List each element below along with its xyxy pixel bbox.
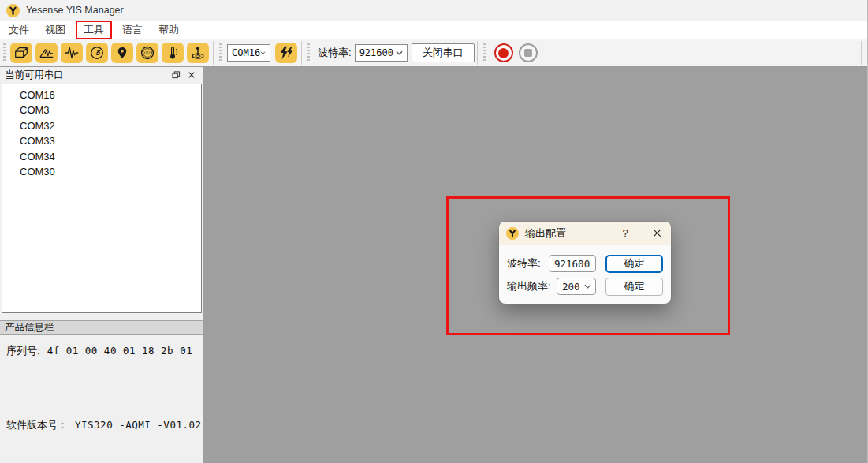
menu-item-help[interactable]: 帮助 (151, 21, 186, 39)
menu-item-tools[interactable]: 工具 (76, 21, 112, 39)
dialog-help-button[interactable]: ? (622, 227, 628, 239)
angle-wave-icon[interactable] (35, 43, 58, 63)
menu-item-file[interactable]: 文件 (2, 21, 36, 39)
dialog-baud-label: 波特率: (507, 256, 549, 271)
serial-ports-dock-panel: 当前可用串口 COM16 COM3 COM32 COM33 COM34 COM3… (0, 67, 203, 463)
chevron-down-icon (584, 284, 591, 289)
output-rate-config-row: 输出频率: 200 确定 (507, 277, 663, 296)
stop-button[interactable] (519, 43, 538, 62)
dialog-output-rate-value: 200 (562, 281, 580, 293)
close-serial-port-button[interactable]: 关闭串口 (412, 43, 475, 62)
dialog-baud-value: 921600 (554, 258, 590, 270)
toolbar-separator (301, 41, 302, 65)
dialog-output-rate-select[interactable]: 200 (557, 278, 596, 295)
dock-panel-title: 当前可用串口 (5, 69, 64, 82)
serial-number-label: 序列号: (6, 344, 40, 358)
record-button[interactable] (494, 43, 513, 62)
baud-confirm-button[interactable]: 确定 (605, 255, 663, 273)
magnetometer-icon[interactable] (187, 43, 209, 63)
stop-icon (524, 49, 532, 57)
float-panel-button[interactable] (168, 69, 184, 82)
product-info-title: 产品信息栏 (5, 321, 54, 334)
dialog-output-rate-label: 输出频率: (507, 279, 557, 293)
menu-bar: 文件 视图 工具 语言 帮助 (0, 21, 867, 39)
port-select[interactable]: COM16 (227, 44, 270, 62)
serial-number-row: 序列号: 4f 01 00 40 01 18 2b 01 (6, 344, 192, 358)
toolbar-separator (477, 41, 478, 65)
serial-number-value: 4f 01 00 40 01 18 2b 01 (47, 345, 193, 357)
thermometer-icon[interactable] (162, 43, 184, 63)
baud-rate-select[interactable]: 921600 (355, 44, 408, 62)
menu-item-view[interactable]: 视图 (38, 21, 73, 39)
menu-item-language[interactable]: 语言 (115, 21, 150, 39)
baud-rate-config-row: 波特率: 921600 确定 (507, 254, 663, 273)
list-item-port[interactable]: COM33 (2, 133, 201, 148)
dialog-app-icon (506, 227, 519, 240)
app-logo-icon (6, 4, 20, 17)
location-pin-icon[interactable] (111, 43, 133, 63)
workspace-canvas: 输出配置 ? 波特率: 921600 确定 输出频率: (203, 67, 867, 463)
svg-text:UTC: UTC (144, 51, 151, 55)
toolbar-separator (213, 41, 214, 65)
cube-3d-icon[interactable] (10, 43, 32, 63)
float-window-icon (172, 71, 181, 79)
list-item-port[interactable]: COM34 (2, 149, 201, 164)
port-select-value: COM16 (232, 47, 260, 58)
record-icon (498, 48, 509, 58)
title-bar[interactable]: Yesense YIS Manager (0, 0, 867, 21)
list-item-port[interactable]: COM3 (2, 103, 201, 118)
dialog-close-button[interactable] (650, 227, 663, 240)
baud-rate-value: 921600 (359, 47, 393, 58)
close-panel-button[interactable] (184, 69, 199, 82)
output-config-dialog: 输出配置 ? 波特率: 921600 确定 输出频率: (499, 222, 671, 304)
serial-port-list: COM16 COM3 COM32 COM33 COM34 COM30 (2, 84, 202, 313)
dialog-title-bar[interactable]: 输出配置 ? (499, 222, 671, 245)
toolbar-separator (861, 41, 862, 65)
waveform-icon[interactable] (61, 43, 83, 63)
window-title: Yesense YIS Manager (26, 5, 124, 16)
refresh-ports-button[interactable] (275, 43, 297, 63)
chevron-down-icon (260, 50, 266, 55)
dialog-baud-select[interactable]: 921600 (549, 255, 596, 272)
software-version-label: 软件版本号： (6, 418, 68, 432)
gauge-icon[interactable] (86, 43, 108, 63)
dialog-title: 输出配置 (525, 226, 622, 241)
toolbar-drag-handle[interactable] (307, 43, 310, 62)
list-item-port[interactable]: COM32 (2, 118, 201, 133)
baud-rate-label: 波特率: (318, 46, 352, 60)
dock-panel-header[interactable]: 当前可用串口 (0, 67, 203, 83)
product-info-header: 产品信息栏 (0, 320, 203, 335)
app-window: Yesense YIS Manager 文件 视图 工具 语言 帮助 UTC (0, 0, 868, 463)
software-version-row: 软件版本号： YIS320 -AQMI -V01.02.03; (6, 418, 227, 432)
chevron-down-icon (396, 50, 403, 55)
main-area: 当前可用串口 COM16 COM3 COM32 COM33 COM34 COM3… (0, 67, 867, 463)
double-lightning-icon (278, 45, 294, 61)
toolbar-drag-handle[interactable] (3, 43, 6, 62)
close-icon (653, 229, 661, 237)
toolbar-drag-handle[interactable] (219, 43, 222, 62)
chevron-down-icon (590, 261, 591, 266)
toolbar: UTC COM16 波特率: 921600 关闭串口 (0, 39, 867, 67)
list-item-port[interactable]: COM30 (2, 164, 201, 179)
list-item-port[interactable]: COM16 (2, 88, 201, 103)
utc-clock-icon[interactable]: UTC (136, 43, 158, 63)
toolbar-drag-handle[interactable] (483, 43, 486, 62)
close-icon (188, 71, 196, 79)
output-rate-confirm-button[interactable]: 确定 (605, 278, 663, 296)
